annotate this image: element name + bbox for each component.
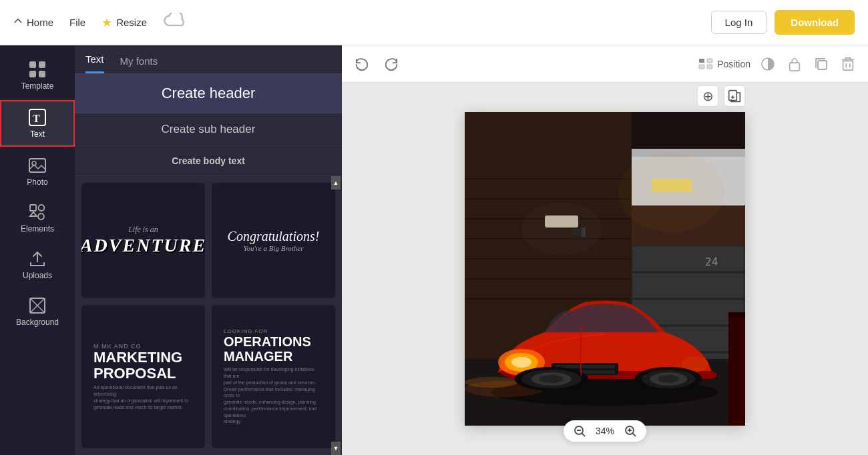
create-bodytext-button[interactable]: Create body text xyxy=(75,146,342,176)
zoom-bar: 34% xyxy=(564,420,646,442)
home-button[interactable]: Home xyxy=(13,17,53,28)
tab-myfonts[interactable]: My fonts xyxy=(120,55,158,73)
svg-point-54 xyxy=(521,202,602,256)
top-bar: Home File ★ Resize Log In Download xyxy=(0,0,868,45)
download-button[interactable]: Download xyxy=(775,10,855,35)
sidebar-item-text[interactable]: T Text xyxy=(0,100,75,147)
svg-rect-14 xyxy=(699,59,704,63)
svg-rect-17 xyxy=(707,65,712,69)
text-panel: Text My fonts Create header Create sub h… xyxy=(75,45,342,455)
svg-rect-75 xyxy=(595,336,615,343)
cloud-icon[interactable] xyxy=(163,13,188,32)
sidebar-item-uploads[interactable]: Uploads xyxy=(0,243,75,287)
canvas-content[interactable]: ⊕ xyxy=(342,83,868,455)
redo-button[interactable] xyxy=(382,55,401,73)
text-options: Create header Create sub header Create b… xyxy=(75,74,342,176)
svg-rect-2 xyxy=(29,71,36,77)
svg-point-62 xyxy=(465,377,518,388)
top-bar-left: Home File ★ Resize xyxy=(13,13,188,32)
font-cards-area: ▲ Life is an Adventure Congratulations! … xyxy=(75,176,342,455)
svg-point-9 xyxy=(39,205,45,211)
canvas-toolbar: Position xyxy=(342,45,868,83)
canvas-area: Position xyxy=(342,45,868,455)
duplicate-icon[interactable] xyxy=(812,55,831,73)
svg-text:T: T xyxy=(33,113,40,124)
font-card-marketing[interactable]: M.MK and CO MARKETINGPROPOSAL An operati… xyxy=(81,305,205,448)
document-controls: ⊕ xyxy=(697,85,745,107)
svg-rect-6 xyxy=(29,159,45,172)
canvas-document[interactable]: 24 xyxy=(465,112,745,426)
zoom-out-button[interactable] xyxy=(573,424,586,438)
delete-icon[interactable] xyxy=(839,55,857,73)
sidebar-item-photo[interactable]: Photo xyxy=(0,149,75,193)
undo-button[interactable] xyxy=(353,55,371,73)
lock-icon[interactable] xyxy=(785,55,804,73)
create-header-button[interactable]: Create header xyxy=(75,74,342,113)
svg-rect-10 xyxy=(38,213,44,219)
svg-point-70 xyxy=(539,375,564,383)
create-subheader-button[interactable]: Create sub header xyxy=(75,113,342,146)
file-button[interactable]: File xyxy=(69,17,85,28)
login-button[interactable]: Log In xyxy=(711,11,767,34)
resize-button[interactable]: ★ Resize xyxy=(101,15,147,30)
svg-rect-16 xyxy=(707,59,712,63)
zoom-in-button[interactable] xyxy=(624,424,637,438)
svg-rect-3 xyxy=(39,71,45,77)
sidebar-item-elements[interactable]: Elements xyxy=(0,196,75,240)
sidebar-item-template[interactable]: Template xyxy=(0,53,75,97)
canvas-toolbar-right: Position xyxy=(698,55,857,73)
star-icon: ★ xyxy=(101,15,112,30)
opacity-icon[interactable] xyxy=(758,55,777,73)
font-card-adventure[interactable]: Life is an Adventure xyxy=(81,183,205,298)
icon-sidebar: Template T Text Photo Eleme xyxy=(0,45,75,455)
svg-point-74 xyxy=(658,375,679,383)
font-card-congratulations[interactable]: Congratulations! You're a Big Brother xyxy=(212,183,335,298)
font-card-operations[interactable]: LOOKING FOR OPERATIONSMANAGER Will be re… xyxy=(212,305,335,448)
add-element-button[interactable]: ⊕ xyxy=(697,85,718,107)
svg-rect-77 xyxy=(728,312,745,318)
svg-text:24: 24 xyxy=(705,256,718,268)
position-button[interactable]: Position xyxy=(698,58,750,70)
svg-line-82 xyxy=(632,433,636,436)
svg-rect-15 xyxy=(699,65,704,69)
svg-rect-20 xyxy=(818,61,827,69)
car-scene-svg: 24 xyxy=(465,112,745,426)
svg-rect-1 xyxy=(39,61,45,68)
svg-rect-8 xyxy=(30,205,36,211)
svg-line-79 xyxy=(582,433,585,436)
zoom-value: 34% xyxy=(592,426,618,436)
sidebar-item-background[interactable]: Background xyxy=(0,290,75,334)
position-label: Position xyxy=(717,59,750,69)
add-page-button[interactable] xyxy=(724,85,745,107)
svg-point-60 xyxy=(511,357,531,368)
canvas-toolbar-left xyxy=(353,55,401,73)
svg-rect-0 xyxy=(29,61,36,68)
tab-text[interactable]: Text xyxy=(85,53,104,73)
svg-point-52 xyxy=(618,152,725,232)
scroll-down-button[interactable]: ▼ xyxy=(331,442,341,455)
svg-rect-19 xyxy=(790,63,800,71)
svg-rect-22 xyxy=(843,61,853,70)
canvas-document-wrapper: ⊕ xyxy=(465,112,745,426)
top-bar-right: Log In Download xyxy=(711,10,855,35)
scroll-up-button[interactable]: ▲ xyxy=(331,176,341,189)
svg-rect-76 xyxy=(728,312,745,426)
panel-tabs: Text My fonts xyxy=(75,45,342,74)
main-area: Template T Text Photo Eleme xyxy=(0,45,868,455)
